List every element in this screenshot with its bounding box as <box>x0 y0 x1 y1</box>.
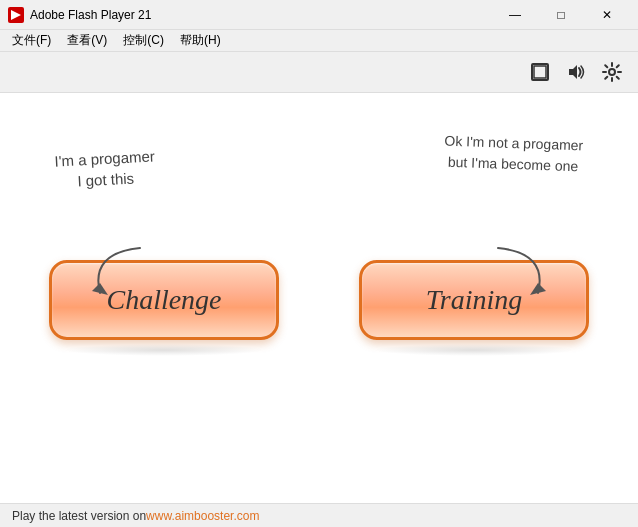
window-controls: — □ ✕ <box>492 0 630 30</box>
title-bar: Adobe Flash Player 21 — □ ✕ <box>0 0 638 30</box>
svg-point-5 <box>609 69 615 75</box>
menu-file[interactable]: 文件(F) <box>4 30 59 51</box>
label-right-line2: but I'ma become one <box>448 154 579 175</box>
status-bar: Play the latest version on www.aimbooste… <box>0 503 638 527</box>
close-button[interactable]: ✕ <box>584 0 630 30</box>
settings-button[interactable] <box>598 58 626 86</box>
main-content: I'm a progamer I got this Ok I'm not a p… <box>0 93 638 503</box>
aimbooster-link[interactable]: www.aimbooster.com <box>146 509 259 523</box>
settings-icon <box>602 62 622 82</box>
label-progamer-left: I'm a progamer I got this <box>54 145 156 192</box>
status-text: Play the latest version on <box>12 509 146 523</box>
svg-marker-4 <box>569 65 577 79</box>
app-icon <box>8 7 24 23</box>
volume-button[interactable] <box>562 58 590 86</box>
arrow-right-icon <box>478 243 558 303</box>
label-progamer-right: Ok I'm not a progamer but I'ma become on… <box>443 131 583 178</box>
maximize-button[interactable]: □ <box>538 0 584 30</box>
window-title: Adobe Flash Player 21 <box>30 8 492 22</box>
training-reflection <box>374 344 574 356</box>
challenge-reflection <box>64 344 264 356</box>
menu-help[interactable]: 帮助(H) <box>172 30 229 51</box>
menu-control[interactable]: 控制(C) <box>115 30 172 51</box>
label-left-line2: I got this <box>77 170 135 190</box>
minimize-button[interactable]: — <box>492 0 538 30</box>
menu-view[interactable]: 查看(V) <box>59 30 115 51</box>
arrow-left-icon <box>80 243 160 303</box>
toolbar <box>0 52 638 93</box>
menu-bar: 文件(F) 查看(V) 控制(C) 帮助(H) <box>0 30 638 52</box>
fullscreen-button[interactable] <box>526 58 554 86</box>
label-left-line1: I'm a progamer <box>54 147 155 169</box>
svg-rect-3 <box>534 66 546 78</box>
fullscreen-icon <box>530 62 550 82</box>
label-right-line1: Ok I'm not a progamer <box>444 133 583 154</box>
volume-icon <box>565 61 587 83</box>
